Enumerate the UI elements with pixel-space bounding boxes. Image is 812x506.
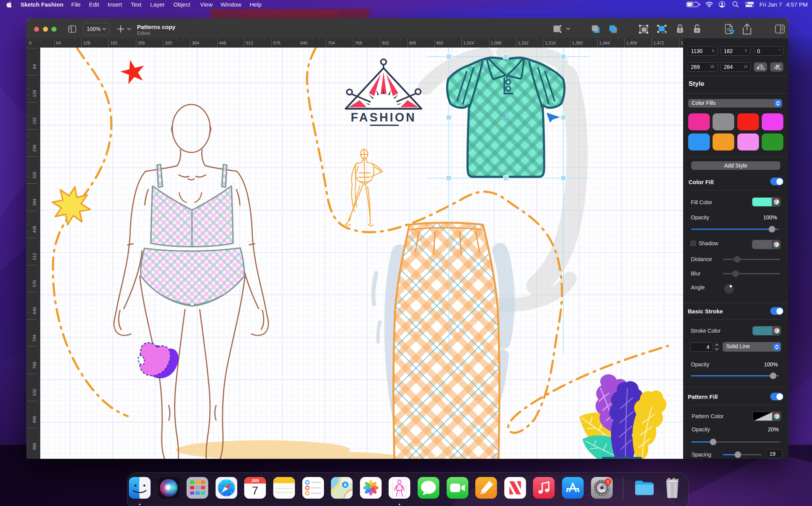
svg-text:1: 1 [607,479,609,484]
svg-text:7: 7 [252,484,259,497]
svg-text:FASHION: FASHION [351,111,416,124]
svg-text:JAN: JAN [251,479,259,483]
